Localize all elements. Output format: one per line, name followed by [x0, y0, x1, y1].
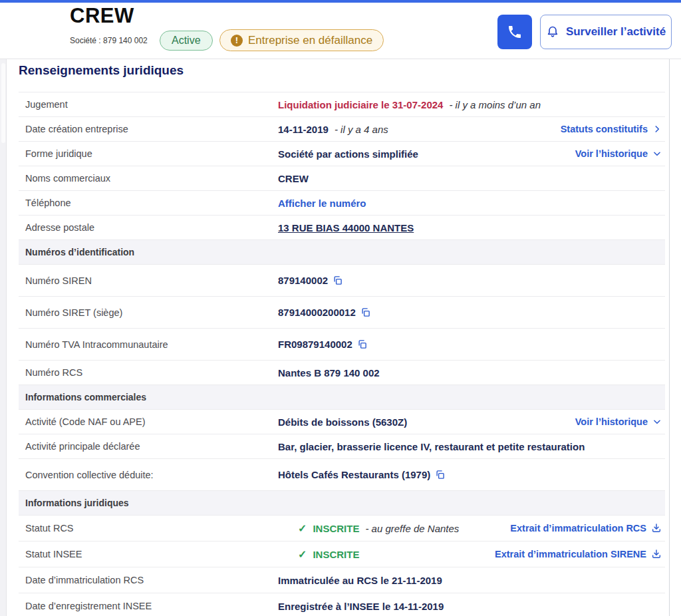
failure-warning-badge: ! Entreprise en défaillance — [219, 29, 384, 51]
row-value: Bar, glacier, brasserie licence IV, rest… — [278, 441, 585, 452]
row-value: Société par actions simplifiée — [278, 148, 418, 160]
check-icon: ✓ — [298, 548, 307, 561]
row-label: Adresse postale — [19, 222, 278, 233]
table-row-date-rcs: Date d’immatriculation RCS Immatriculée … — [19, 567, 665, 593]
watch-activity-label: Surveiller l’activité — [566, 25, 666, 39]
collective-agreement-value: Hôtels Cafés Restaurants (1979) — [278, 469, 430, 480]
row-value: 14-11-2019 - il y a 4 ans — [278, 124, 388, 135]
row-label: Activité (Code NAF ou APE) — [19, 416, 278, 427]
copy-siret-button[interactable] — [360, 307, 370, 317]
row-label: Numéro SIRET (siège) — [19, 307, 278, 318]
creation-date-value: 14-11-2019 — [278, 124, 329, 135]
row-label: Date d’enregistrement INSEE — [19, 601, 278, 611]
siret-value: 87914000200012 — [278, 307, 356, 318]
copy-icon — [333, 275, 342, 285]
table-row-noms-commerciaux: Noms commerciaux CREW — [19, 166, 665, 190]
show-phone-link[interactable]: Afficher le numéro — [278, 198, 366, 209]
watch-activity-button[interactable]: Surveiller l’activité — [540, 15, 672, 49]
row-label: Statut RCS — [19, 523, 278, 534]
failure-warning-label: Entreprise en défaillance — [248, 34, 372, 47]
table-row-statut-rcs: Statut RCS ✓ INSCRITE - au greffe de Nan… — [19, 515, 665, 541]
forme-history-label: Voir l’historique — [575, 148, 648, 159]
row-label: Date création entreprise — [19, 124, 278, 134]
table-row-jugement: Jugement Liquidation judiciaire le 31-07… — [19, 92, 665, 116]
siren-value: 879140002 — [278, 275, 328, 286]
copy-icon — [360, 307, 370, 317]
row-label: Activité principale déclarée — [19, 441, 278, 452]
insee-status-value: INSCRITE — [313, 549, 359, 560]
legal-info-panel: Renseignements juridiques Jugement Liqui… — [19, 59, 665, 616]
statuts-constitutifs-link[interactable]: Statuts constitutifs — [561, 124, 662, 134]
table-row-activite-declaree: Activité principale déclarée Bar, glacie… — [19, 434, 665, 458]
row-value: Débits de boissons (5630Z) — [278, 416, 407, 428]
judgment-age-note: - il y a moins d’un an — [449, 99, 541, 110]
section-header-identification: Numéros d’identification — [19, 239, 665, 264]
content-right-border — [669, 59, 670, 616]
status-badge-active: Active — [160, 31, 213, 51]
table-row-telephone: Téléphone Afficher le numéro — [19, 190, 665, 215]
statuts-constitutifs-label: Statuts constitutifs — [561, 124, 648, 134]
sirene-extract-label: Extrait d’immatriculation SIRENE — [495, 549, 646, 559]
postal-address-link[interactable]: 13 RUE BIAS 44000 NANTES — [278, 222, 414, 233]
section-header-juridiques: Informations juridiques — [19, 490, 665, 515]
bell-icon — [546, 25, 559, 39]
scrollbar-thumb[interactable] — [1, 63, 5, 143]
table-row-activite: Activité (Code NAF ou APE) Débits de boi… — [19, 409, 665, 434]
table-row-statut-insee: Statut INSEE ✓ INSCRITE Extrait d’immatr… — [19, 541, 665, 567]
left-scrollbar-gutter[interactable] — [0, 59, 7, 616]
rcs-number-value: Nantes B 879 140 002 — [278, 367, 380, 379]
table-row-siren: Numéro SIREN 879140002 — [19, 264, 665, 296]
table-row-adresse: Adresse postale 13 RUE BIAS 44000 NANTES — [19, 215, 665, 239]
warning-icon: ! — [231, 35, 243, 47]
row-value: FR09879140002 — [278, 339, 367, 350]
legal-info-table: Jugement Liquidation judiciaire le 31-07… — [19, 92, 665, 616]
row-value: Immatriculée au RCS le 21-11-2019 — [278, 575, 442, 586]
activite-history-label: Voir l’historique — [575, 416, 648, 427]
row-value: Enregistrée à l’INSEE le 14-11-2019 — [278, 601, 444, 612]
company-legal-page: CREW Société : 879 140 002 Active ! Entr… — [0, 0, 681, 616]
table-row-siret: Numéro SIRET (siège) 87914000200012 — [19, 296, 665, 328]
naf-activity-value: Débits de boissons (5630Z) — [278, 416, 407, 428]
forme-history-link[interactable]: Voir l’historique — [575, 148, 662, 159]
sirene-extract-download-link[interactable]: Extrait d’immatriculation SIRENE — [495, 549, 662, 559]
insee-registration-date-value: Enregistrée à l’INSEE le 14-11-2019 — [278, 601, 444, 612]
activite-history-link[interactable]: Voir l’historique — [575, 416, 662, 427]
row-label: Statut INSEE — [19, 549, 278, 559]
download-icon — [651, 549, 662, 559]
table-row-forme-juridique: Forme juridique Société par actions simp… — [19, 141, 665, 166]
trade-name-value: CREW — [278, 173, 309, 184]
page-title: Renseignements juridiques — [19, 63, 665, 78]
phone-icon — [507, 24, 523, 40]
legal-form-value: Société par actions simplifiée — [278, 148, 418, 160]
table-row-date-creation: Date création entreprise 14-11-2019 - il… — [19, 116, 665, 141]
row-value: 13 RUE BIAS 44000 NANTES — [278, 222, 414, 233]
status-badge-label: Active — [172, 35, 201, 47]
copy-convention-button[interactable] — [435, 470, 445, 480]
company-siren-subtitle: Société : 879 140 002 — [70, 36, 148, 45]
chevron-down-icon — [652, 417, 662, 426]
row-label: Jugement — [19, 99, 278, 110]
row-label: Noms commerciaux — [19, 173, 278, 184]
row-value: ✓ INSCRITE - au greffe de Nantes — [278, 522, 459, 535]
rcs-status-value: INSCRITE — [313, 523, 359, 534]
row-label: Numéro SIREN — [19, 275, 278, 286]
rcs-extract-download-link[interactable]: Extrait d’immatriculation RCS — [510, 523, 662, 534]
creation-age-note: - il y a 4 ans — [335, 124, 388, 135]
row-label: Convention collective déduite: — [19, 470, 278, 480]
page-header: CREW Société : 879 140 002 Active ! Entr… — [0, 3, 681, 59]
row-value: Liquidation judiciaire le 31-07-2024 - i… — [278, 99, 541, 110]
row-value: ✓ INSCRITE — [278, 548, 359, 561]
row-value: Nantes B 879 140 002 — [278, 367, 380, 379]
rcs-registration-date-value: Immatriculée au RCS le 21-11-2019 — [278, 575, 442, 586]
table-row-date-insee: Date d’enregistrement INSEE Enregistrée … — [19, 593, 665, 616]
chevron-down-icon — [652, 149, 662, 158]
check-icon: ✓ — [298, 522, 307, 535]
copy-siren-button[interactable] — [333, 275, 342, 285]
phone-button[interactable] — [497, 15, 532, 49]
section-header-label: Informations juridiques — [19, 498, 129, 508]
row-value: 87914000200012 — [278, 307, 370, 318]
rcs-extract-label: Extrait d’immatriculation RCS — [510, 523, 646, 534]
copy-tva-button[interactable] — [357, 339, 367, 349]
section-header-commerciales: Informations commerciales — [19, 385, 665, 409]
company-title: CREW — [70, 4, 134, 28]
